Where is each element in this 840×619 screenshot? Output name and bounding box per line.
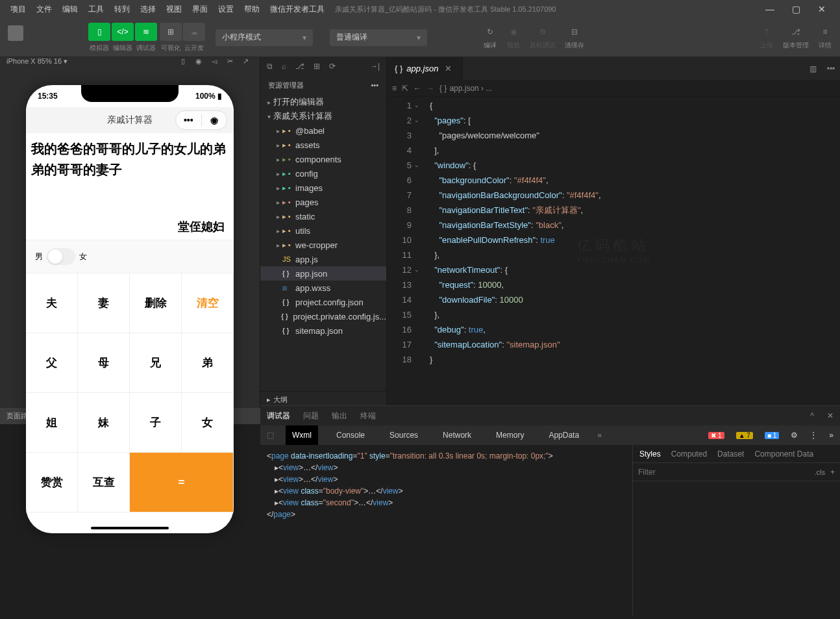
close-button[interactable]: ✕ [809,4,835,14]
key-praise[interactable]: 赞赏 [26,453,78,512]
tree-item-images[interactable]: ▸▸ ▪images [260,181,386,195]
refresh-icon[interactable]: ⟳ [329,62,336,71]
dt-close-icon[interactable]: » [829,431,834,440]
dt-appdata[interactable]: AppData [542,425,586,445]
cls-button[interactable]: .cls [814,468,825,476]
capsule[interactable]: ••• ◉ [175,110,227,130]
dataset-tab[interactable]: Dataset [717,449,744,459]
chevron-up-icon[interactable]: ^ [810,411,814,420]
tree-item-components[interactable]: ▸▸ ▪components [260,152,386,166]
files-icon[interactable]: ⧉ [267,62,273,71]
real-debug-action[interactable]: ⚙真机调试 [530,25,556,50]
capsule-menu-icon[interactable]: ••• [176,115,201,125]
tree-item-config[interactable]: ▸▸ ▪config [260,166,386,181]
avatar[interactable] [8,25,23,41]
key-clear[interactable]: 清空 [182,273,234,333]
gender-toggle[interactable] [47,248,75,265]
menu-project[interactable]: 项目 [5,4,31,15]
clear-cache-action[interactable]: ⊟清缓存 [565,25,584,50]
device-icon[interactable]: ▯ [175,57,191,66]
tree-item-utils[interactable]: ▸▸ ▪utils [260,223,386,238]
collapse-icon[interactable]: →| [370,62,380,71]
dbg-tab-debugger[interactable]: 调试器 [267,411,290,422]
add-rule-icon[interactable]: + [830,468,835,477]
componentdata-tab[interactable]: Component Data [754,449,813,459]
dt-network[interactable]: Network [436,425,478,445]
warn-badge[interactable]: ▲ 7 [736,432,753,439]
split-icon[interactable]: ▥ [804,64,822,73]
tree-item-we-cropper[interactable]: ▸▸ ▪we-cropper [260,238,386,252]
tree-item-app-wxss[interactable]: ⧇app.wxss [260,281,386,295]
tab-app-json[interactable]: { } app.json ✕ [387,57,463,80]
extensions-icon[interactable]: ⊞ [314,62,320,71]
key-mother[interactable]: 母 [78,333,130,393]
menu-tools[interactable]: 工具 [83,4,109,15]
dt-more-icon[interactable]: » [597,431,602,440]
upload-action[interactable]: ⇡上传 [760,25,774,50]
key-father[interactable]: 父 [26,333,78,393]
key-younger-sister[interactable]: 妹 [78,393,130,453]
key-older-brother[interactable]: 兄 [130,333,182,393]
capsule-close-icon[interactable]: ◉ [202,115,227,125]
version-action[interactable]: ⎇版本管理 [783,25,809,50]
cloud-button[interactable]: ☁ [183,23,205,41]
menu-goto[interactable]: 转到 [109,4,135,15]
dt-wxml[interactable]: Wxml [286,425,318,445]
key-son[interactable]: 子 [130,393,182,453]
panel-close-icon[interactable]: ✕ [827,411,834,420]
key-equals[interactable]: = [130,453,234,512]
compile-action[interactable]: ↻编译 [483,25,497,50]
code-editor[interactable]: 1⌄2⌄345⌄6789101112⌄131415161718 { "pages… [387,97,840,408]
kebab-icon[interactable]: ⋮ [809,431,817,440]
list-icon[interactable]: ≡ [392,84,397,93]
info-badge[interactable]: ■ 1 [765,432,779,439]
tree-item-static[interactable]: ▸▸ ▪static [260,209,386,223]
more-icon[interactable]: ••• [371,81,378,89]
key-qi[interactable]: 妻 [78,273,130,333]
forward-icon[interactable]: → [426,84,434,93]
gear-icon[interactable]: ⚙ [791,431,798,440]
menu-edit[interactable]: 编辑 [57,4,83,15]
record-icon[interactable]: ◉ [191,57,206,66]
mute-icon[interactable]: ◅ [206,57,222,66]
section-open-editors[interactable]: ▸打开的编辑器 [260,95,386,109]
search-icon[interactable]: ⌕ [282,62,286,71]
visual-button[interactable]: ⊞ [160,23,182,41]
menu-file[interactable]: 文件 [31,4,57,15]
section-project[interactable]: ▾亲戚关系计算器 [260,109,386,123]
dbg-tab-terminal[interactable]: 终端 [360,411,376,422]
filter-input[interactable] [638,468,809,477]
dt-memory[interactable]: Memory [489,425,530,445]
menu-wx[interactable]: 微信开发者工具 [265,4,330,15]
dom-tree[interactable]: <page data-insertloading="1" style="tran… [260,445,632,616]
key-older-sister[interactable]: 姐 [26,393,78,453]
menu-select[interactable]: 选择 [135,4,161,15]
compile-dropdown[interactable]: 普通编译▾ [330,29,427,46]
branch-icon[interactable]: ⎇ [295,62,304,71]
breadcrumb[interactable]: { } app.json › ... [439,84,492,93]
tree-item-app-json[interactable]: { }app.json [260,266,386,281]
tree-item--babel[interactable]: ▸▸ ▪@babel [260,123,386,138]
tree-item-sitemap-json[interactable]: { }sitemap.json [260,323,386,338]
key-daughter[interactable]: 女 [182,393,234,453]
dbg-tab-problems[interactable]: 问题 [303,411,319,422]
mode-dropdown[interactable]: 小程序模式▾ [216,29,313,46]
dbg-tab-output[interactable]: 输出 [332,411,347,422]
back-icon[interactable]: ← [414,84,421,93]
simulator-button[interactable]: ▯ [88,23,110,41]
preview-action[interactable]: ◉预览 [506,25,521,50]
tree-item-project-config-json[interactable]: { }project.config.json [260,295,386,309]
cut-icon[interactable]: ✂ [222,57,238,66]
tree-item-assets[interactable]: ▸▸ ▪assets [260,138,386,152]
detail-action[interactable]: ≡详情 [818,25,832,50]
computed-tab[interactable]: Computed [671,449,707,459]
menu-view[interactable]: 视图 [161,4,187,15]
tab-close-icon[interactable]: ✕ [442,64,454,73]
menu-settings[interactable]: 设置 [213,4,239,15]
styles-tab[interactable]: Styles [639,449,661,459]
menu-help[interactable]: 帮助 [239,4,265,15]
maximize-button[interactable]: ▢ [783,4,809,14]
dt-console[interactable]: Console [330,425,371,445]
more-tabs-icon[interactable]: ••• [822,64,840,73]
error-badge[interactable]: ✖ 1 [708,432,724,439]
